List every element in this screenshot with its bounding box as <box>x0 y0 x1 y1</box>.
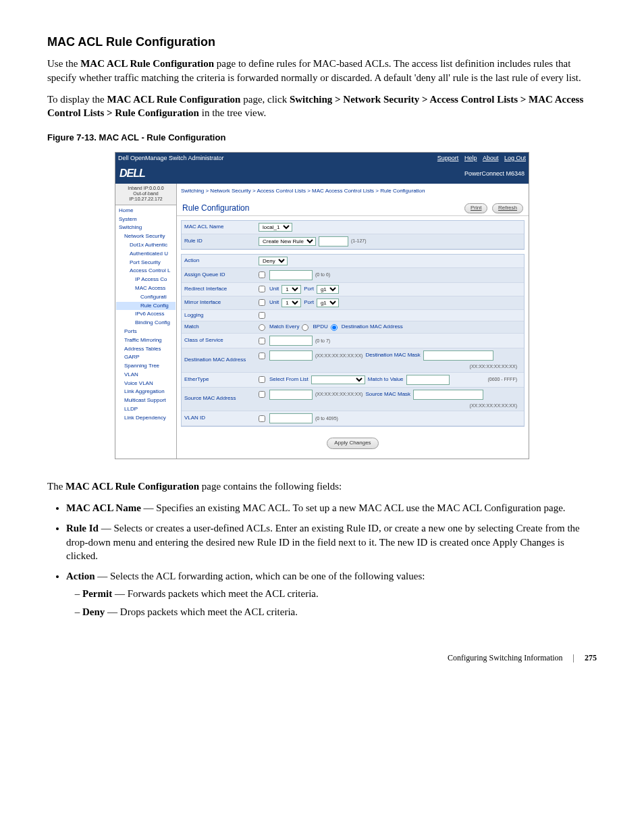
tree-item[interactable]: IP Access Co <box>116 276 176 284</box>
inband-ip: Inband IP:0.0.0.0 <box>116 186 176 191</box>
label-logging: Logging <box>184 312 259 319</box>
list-item: Action — Selects the ACL forwarding acti… <box>66 569 597 619</box>
select-mirror-unit[interactable]: 1 <box>281 298 301 307</box>
select-redirect-unit[interactable]: 1 <box>281 285 301 294</box>
input-smac[interactable] <box>269 390 313 400</box>
tree-item[interactable]: Address Tables <box>116 345 176 354</box>
checkbox-dmac[interactable] <box>259 353 265 359</box>
nav-tree: HomeSystemSwitchingNetwork SecurityDot1x… <box>115 205 176 424</box>
text: To display the <box>47 94 107 105</box>
select-rule-id[interactable]: Create New Rule <box>259 237 316 246</box>
opt-bpdu: BPDU <box>313 323 327 331</box>
select-action[interactable]: Deny <box>259 257 288 265</box>
checkbox-smac[interactable] <box>259 391 265 398</box>
intro-paragraph-1: Use the MAC ACL Rule Configuration page … <box>47 57 597 84</box>
sidebar-ip: Inband IP:0.0.0.0 Out-of-band IP:10.27.2… <box>115 184 176 205</box>
checkbox-mirror[interactable] <box>259 299 265 306</box>
label-port: Port <box>304 299 314 307</box>
tree-item[interactable]: Rule Config <box>116 302 176 311</box>
checkbox-vlan[interactable] <box>259 415 265 422</box>
sub-list: Permit — Forwards packets which meet the… <box>82 587 597 619</box>
config-block-1: MAC ACL Name local_1 Rule ID Create New … <box>181 220 525 250</box>
checkbox-redirect[interactable] <box>259 286 265 292</box>
hint-dmac-mask: (XX:XX:XX:XX:XX:XX) <box>470 363 521 369</box>
tree-item[interactable]: MAC Access <box>116 284 176 293</box>
refresh-button[interactable]: Refresh <box>492 203 523 213</box>
label-smac: Source MAC Address <box>184 395 259 402</box>
radio-bpdu[interactable] <box>302 324 308 331</box>
link-help[interactable]: Help <box>464 155 477 161</box>
opt-dmac: Destination MAC Address <box>342 323 403 331</box>
tree-item[interactable]: Dot1x Authentic <box>116 241 176 250</box>
tree-item[interactable]: Traffic Mirroring <box>116 336 176 345</box>
intro-paragraph-2: To display the MAC ACL Rule Configuratio… <box>47 93 597 120</box>
label-vlan: VLAN ID <box>184 415 259 422</box>
input-rule-id[interactable] <box>319 236 348 246</box>
field-desc: — Selects the ACL forwarding action, whi… <box>95 571 425 581</box>
tree-item[interactable]: Link Aggregation <box>116 388 176 396</box>
tree-item[interactable]: Home <box>116 207 176 215</box>
select-mac-acl-name[interactable]: local_1 <box>259 223 292 232</box>
hint-cos: (0 to 7) <box>315 338 330 344</box>
input-smac-mask[interactable] <box>413 390 483 400</box>
select-redirect-port[interactable]: g1 <box>317 285 339 294</box>
tree-item[interactable]: Multicast Support <box>116 396 176 405</box>
radio-dmac[interactable] <box>331 324 338 331</box>
screenshot: Dell OpenManage Switch Administrator Sup… <box>115 152 529 459</box>
hint-rule-id: (1-127) <box>351 238 367 244</box>
field-name: Permit <box>82 588 112 599</box>
tree-item[interactable]: Spanning Tree <box>116 362 176 371</box>
tree-item[interactable]: Configurati <box>116 293 176 302</box>
label-queue: Assign Queue ID <box>184 271 259 279</box>
hint-dmac: (XX:XX:XX:XX:XX:XX) <box>315 353 363 359</box>
tree-item[interactable]: System <box>116 215 176 224</box>
tree-item[interactable]: Access Control L <box>116 267 176 276</box>
link-logout[interactable]: Log Out <box>504 155 526 161</box>
tree-item[interactable]: Link Dependency <box>116 414 176 423</box>
tree-item[interactable]: Switching <box>116 224 176 232</box>
fields-list: MAC ACL Name — Specifies an existing MAC… <box>66 501 597 619</box>
tree-item[interactable]: VLAN <box>116 371 176 380</box>
label-dmac: Destination MAC Address <box>184 357 259 364</box>
hint-queue: (0 to 6) <box>315 271 330 278</box>
tree-item[interactable]: Ports <box>116 328 176 336</box>
input-queue[interactable] <box>269 270 313 280</box>
tree-item[interactable]: LLDP <box>116 405 176 414</box>
list-item: Deny — Drops packets which meet the ACL … <box>82 605 597 619</box>
breadcrumb: Switching > Network Security > Access Co… <box>177 184 529 199</box>
checkbox-ethertype[interactable] <box>259 376 265 383</box>
tree-item[interactable]: Voice VLAN <box>116 380 176 388</box>
link-support[interactable]: Support <box>437 155 459 161</box>
select-mirror-port[interactable]: g1 <box>317 298 339 307</box>
checkbox-queue[interactable] <box>259 271 265 278</box>
tree-item[interactable]: Network Security <box>116 232 176 241</box>
radio-match-every[interactable] <box>259 324 265 331</box>
tree-item[interactable]: GARP <box>116 353 176 362</box>
footer-chapter: Configuring Switching Information <box>448 653 563 662</box>
hint-vlan: (0 to 4095) <box>315 415 338 421</box>
field-desc: — Forwards packets which meet the ACL cr… <box>112 588 319 599</box>
input-cos[interactable] <box>269 336 313 346</box>
page-footer: Configuring Switching Information | 275 <box>47 652 597 663</box>
input-dmac[interactable] <box>269 350 313 361</box>
text: in the tree view. <box>199 107 266 118</box>
link-about[interactable]: About <box>483 155 499 161</box>
input-dmac-mask[interactable] <box>423 350 493 361</box>
sidebar: Inband IP:0.0.0.0 Out-of-band IP:10.27.2… <box>115 184 177 459</box>
input-ethertype[interactable] <box>406 375 450 385</box>
checkbox-logging[interactable] <box>259 312 265 319</box>
device-model: PowerConnect M6348 <box>464 170 525 178</box>
tree-item[interactable]: Binding Config <box>116 319 176 328</box>
apply-changes-button[interactable]: Apply Changes <box>327 438 378 449</box>
label-smac-mask: Source MAC Mask <box>365 391 410 398</box>
app-titlebar: Dell OpenManage Switch Administrator Sup… <box>115 153 529 163</box>
input-vlan[interactable] <box>269 413 313 423</box>
checkbox-cos[interactable] <box>259 338 265 344</box>
tree-item[interactable]: IPv6 Access <box>116 310 176 319</box>
tree-item[interactable]: Port Security <box>116 259 176 267</box>
print-button[interactable]: Print <box>464 203 487 213</box>
label-rule-id: Rule ID <box>184 238 259 245</box>
tree-item[interactable]: Authenticated U <box>116 250 176 259</box>
field-desc: — Specifies an existing MAC ACL. To set … <box>141 502 566 513</box>
select-ethertype[interactable] <box>311 375 365 384</box>
